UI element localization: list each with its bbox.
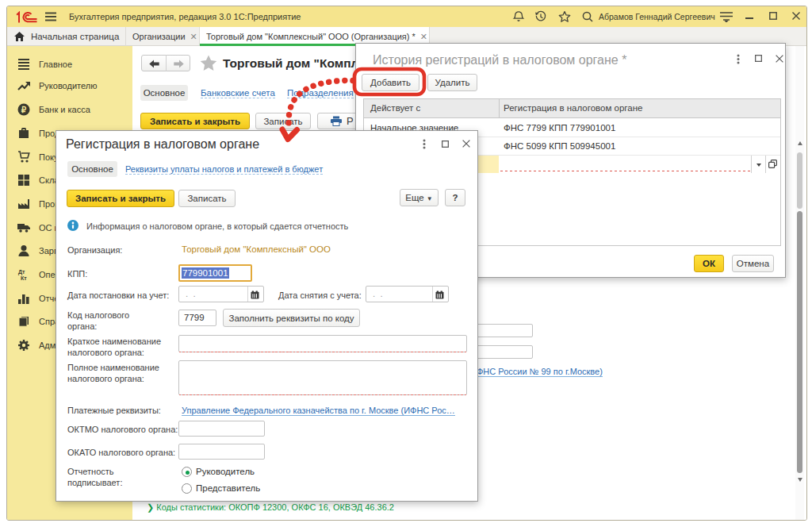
svg-text:₽: ₽ bbox=[21, 106, 27, 114]
svg-text:Дт: Дт bbox=[18, 269, 25, 275]
svg-text:Кт: Кт bbox=[21, 275, 27, 281]
